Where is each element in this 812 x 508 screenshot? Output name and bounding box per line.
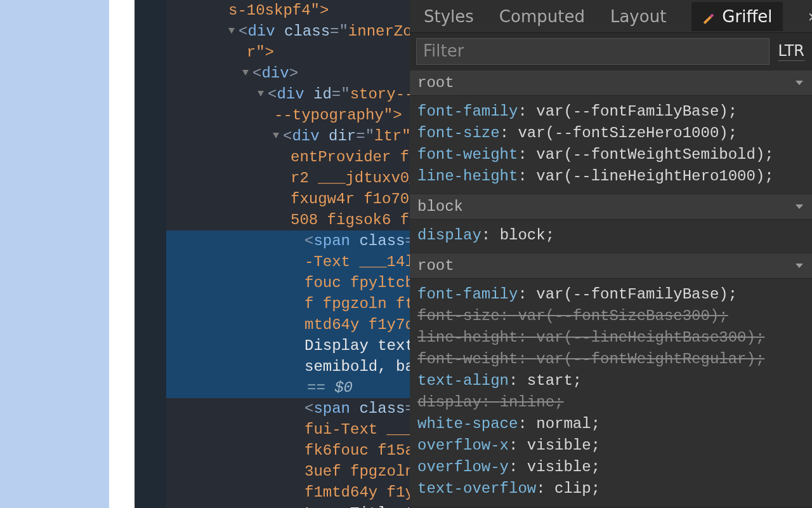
filter-input[interactable] (416, 38, 769, 65)
tab-griffel[interactable]: Griffel (691, 2, 782, 31)
css-declaration[interactable]: font-size: var(--fontSizeHero1000); (417, 123, 812, 144)
dom-line[interactable]: 508 figsok6 f1 (166, 210, 410, 231)
css-declaration[interactable]: line-height: var(--lineHeightHero1000); (417, 166, 812, 187)
css-declaration[interactable]: overflow-y: visible; (417, 457, 812, 478)
dom-line[interactable]: LargeTitle te (166, 503, 410, 508)
style-rules: font-family: var(--fontFamilyBase);font-… (410, 279, 812, 506)
dom-line[interactable]: fxugw4r f1o700 (166, 189, 410, 210)
chevron-down-icon[interactable] (796, 81, 803, 85)
style-section-header[interactable]: root (410, 253, 812, 279)
caret-down-icon[interactable] (258, 91, 264, 97)
dom-line[interactable]: fui-Text ___ (166, 419, 410, 440)
dom-line[interactable]: s-10skpf4"> (166, 0, 410, 21)
dom-line[interactable]: r2 ___jdtuxv0_ (166, 168, 410, 189)
section-name: root (417, 257, 454, 274)
tab-layout[interactable]: Layout (610, 7, 666, 26)
dom-gutter (134, 0, 166, 508)
content-preview: , , d, (0, 0, 109, 508)
css-declaration[interactable]: font-weight: var(--fontWeightRegular); (417, 349, 812, 370)
style-rules: font-family: var(--fontFamilyBase);font-… (410, 96, 812, 194)
dom-node[interactable]: <span class=" (166, 398, 410, 419)
dom-line[interactable]: fk6fouc f15a (166, 440, 410, 461)
style-rules: display: block; (410, 220, 812, 253)
gutter (109, 0, 134, 508)
css-declaration[interactable]: display: inline; (417, 392, 812, 413)
caret-down-icon[interactable] (228, 28, 235, 34)
caret-down-icon[interactable] (242, 70, 249, 76)
ltr-toggle[interactable]: LTR (778, 42, 804, 61)
chevron-down-icon[interactable] (796, 264, 803, 268)
css-declaration[interactable]: font-size: var(--fontSizeBase300); (417, 305, 812, 327)
dom-line[interactable]: 3uef fpgzoln (166, 461, 410, 482)
elements-dom-tree[interactable]: s-10skpf4"> <div class="innerZoc r"> <di… (166, 0, 410, 508)
section-name: block (417, 198, 463, 215)
selected-dom-node[interactable]: <span class=" -Text ___14lt fouc fpyltcb… (166, 231, 410, 398)
filter-row: LTR (410, 33, 812, 70)
css-declaration[interactable]: text-overflow: clip; (417, 478, 812, 500)
style-section-header[interactable]: root (410, 70, 812, 96)
devtools-tabs: Styles Computed Layout Griffel » (410, 0, 812, 33)
css-declaration[interactable]: white-space: normal; (417, 413, 812, 435)
css-declaration[interactable]: text-align: start; (417, 370, 812, 392)
css-declaration[interactable]: font-family: var(--fontFamilyBase); (417, 284, 812, 305)
tab-griffel-label: Griffel (722, 7, 772, 26)
css-declaration[interactable]: font-weight: var(--fontWeightSemibold); (417, 144, 812, 166)
css-declaration[interactable]: display: block; (417, 225, 812, 246)
dom-line[interactable]: r"> (166, 42, 410, 63)
more-tabs-icon[interactable]: » (808, 6, 812, 27)
dollar-zero-indicator: == $0 (166, 377, 410, 398)
dom-node[interactable]: <div id="story-- (166, 84, 410, 105)
dom-node[interactable]: <div class="innerZoc (166, 21, 410, 42)
tab-computed[interactable]: Computed (499, 7, 585, 26)
tab-styles[interactable]: Styles (424, 7, 474, 26)
dom-line[interactable]: entProvider fu (166, 147, 410, 168)
caret-down-icon[interactable] (273, 133, 279, 138)
griffel-icon (702, 10, 716, 23)
css-declaration[interactable]: overflow-x: visible; (417, 435, 812, 457)
styles-panel: Styles Computed Layout Griffel » LTR roo… (410, 0, 812, 508)
dom-node[interactable]: <div dir="ltr" (166, 126, 410, 147)
css-declaration[interactable]: line-height: var(--lineHeightBase300); (417, 327, 812, 349)
dom-line[interactable]: --typography"> (166, 105, 410, 126)
dom-line[interactable]: f1mtd64y f1y7 (166, 482, 410, 503)
dom-node[interactable]: <div> (166, 63, 410, 84)
chevron-down-icon[interactable] (796, 204, 803, 209)
section-name: root (417, 74, 454, 91)
css-declaration[interactable]: font-family: var(--fontFamilyBase); (417, 101, 812, 123)
style-section-header[interactable]: block (410, 194, 812, 220)
